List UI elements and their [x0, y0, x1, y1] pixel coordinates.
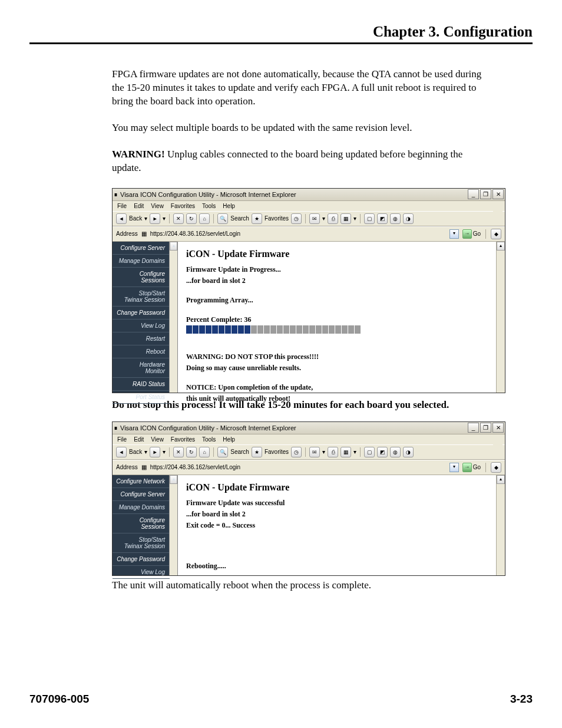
paragraph-1: FPGA firmware updates are not done autom… [112, 68, 489, 108]
restore-button[interactable]: ❐ [480, 189, 491, 199]
history-icon[interactable]: ◷ [291, 447, 302, 457]
go-button[interactable]: →Go [462, 463, 481, 472]
history-icon[interactable]: ◷ [291, 213, 302, 224]
extra-icon[interactable]: ◑ [403, 447, 414, 457]
menu-tools[interactable]: Tools [202, 436, 216, 443]
sidebar-item-port-status[interactable]: Port Status [113, 391, 170, 404]
back-label[interactable]: Back [129, 449, 142, 455]
menu-favorites[interactable]: Favorites [171, 436, 195, 443]
forward-icon[interactable]: ► [150, 447, 160, 457]
links-icon[interactable]: ◆ [491, 462, 501, 473]
sidebar-scrollbar[interactable]: ▴ [169, 475, 177, 575]
edit-icon[interactable]: ▦ [340, 213, 351, 224]
forward-icon[interactable]: ► [150, 213, 160, 224]
sidebar-item-configure-network[interactable]: Configure Network [113, 475, 170, 488]
sidebar-item-configure-server[interactable]: Configure Server [113, 488, 170, 501]
sidebar-item-restart[interactable]: Restart [113, 332, 170, 345]
title-bar: ∎ Visara ICON Configuration Utility - Mi… [113, 422, 505, 434]
menu-file[interactable]: File [117, 203, 127, 209]
home-icon[interactable]: ⌂ [199, 447, 210, 457]
status-line-2: ...for board in slot 2 [186, 510, 488, 519]
menu-view[interactable]: View [151, 436, 164, 443]
content-scrollbar[interactable]: ▴ [496, 242, 505, 393]
status-line-3: Programming Array... [186, 296, 488, 305]
mail-icon[interactable]: ✉ [309, 213, 320, 224]
warning-line-2: Doing so may cause unreliable results. [186, 364, 488, 373]
caption-2: The unit will automatically reboot when … [112, 579, 533, 591]
sidebar-item-stop-start-twinax[interactable]: Stop/StartTwinax Session [113, 533, 170, 553]
minimize-button[interactable]: _ [468, 189, 479, 199]
search-label[interactable]: Search [230, 449, 249, 455]
mail-icon[interactable]: ✉ [309, 447, 320, 457]
minimize-button[interactable]: _ [468, 423, 479, 433]
menu-help[interactable]: Help [223, 203, 235, 209]
address-url[interactable]: https://204.48.36.162/servlet/Login [150, 464, 446, 470]
sidebar-item-configure-sessions[interactable]: Configure Sessions [113, 268, 170, 287]
menu-edit[interactable]: Edit [134, 203, 144, 209]
favorites-icon[interactable]: ★ [252, 213, 262, 224]
menu-edit[interactable]: Edit [134, 436, 144, 443]
screenshot-1: ∎ Visara ICON Configuration Utility - Mi… [112, 188, 505, 393]
messenger-icon[interactable]: ◍ [390, 213, 401, 224]
print-icon[interactable]: ⎙ [328, 213, 338, 224]
discuss-icon[interactable]: ◩ [377, 213, 388, 224]
back-dropdown[interactable]: ▾ [144, 215, 147, 222]
search-icon[interactable]: 🔍 [217, 213, 228, 224]
research-icon[interactable]: ▢ [364, 213, 375, 224]
percent-label: Percent Complete: 36 [186, 315, 488, 324]
search-label[interactable]: Search [230, 215, 249, 222]
sidebar-scrollbar[interactable]: ▴ [169, 242, 177, 393]
address-url[interactable]: https://204.48.36.162/servlet/Login [150, 230, 446, 237]
home-icon[interactable]: ⌂ [199, 213, 210, 224]
window-title: Visara ICON Configuration Utility - Micr… [118, 424, 468, 431]
sidebar-item-manage-domains[interactable]: Manage Domains [113, 255, 170, 268]
restore-button[interactable]: ❐ [480, 423, 491, 433]
menu-file[interactable]: File [117, 436, 127, 443]
edit-icon[interactable]: ▦ [340, 447, 351, 457]
back-icon[interactable]: ◄ [116, 447, 127, 457]
sidebar-item-configure-server[interactable]: Configure Server [113, 242, 170, 255]
discuss-icon[interactable]: ◩ [377, 447, 388, 457]
refresh-icon[interactable]: ↻ [186, 447, 197, 457]
back-icon[interactable]: ◄ [116, 213, 127, 224]
sidebar-item-raid-status[interactable]: RAID Status [113, 378, 170, 391]
address-dropdown[interactable]: ▾ [449, 463, 459, 472]
sidebar-item-hardware-monitor[interactable]: HardwareMonitor [113, 358, 170, 378]
research-icon[interactable]: ▢ [364, 447, 375, 457]
menu-view[interactable]: View [151, 203, 164, 209]
go-button[interactable]: →Go [462, 229, 481, 239]
warning-line-1: WARNING: DO NOT STOP this process!!!! [186, 353, 488, 361]
sidebar-item-view-log[interactable]: View Log [113, 319, 170, 332]
header-rule [29, 42, 533, 44]
refresh-icon[interactable]: ↻ [186, 213, 197, 224]
stop-icon[interactable]: ✕ [173, 447, 184, 457]
sidebar-item-reboot[interactable]: Reboot [113, 345, 170, 358]
address-dropdown[interactable]: ▾ [449, 229, 459, 239]
close-button[interactable]: ✕ [492, 423, 504, 433]
status-line-2: ...for board in slot 2 [186, 276, 488, 285]
back-label[interactable]: Back [129, 215, 142, 222]
sidebar-item-change-password[interactable]: Change Password [113, 307, 170, 319]
favorites-icon[interactable]: ★ [252, 447, 262, 457]
favorites-label[interactable]: Favorites [265, 215, 289, 222]
sidebar-item-view-log[interactable]: View Log [113, 566, 170, 579]
content-scrollbar[interactable]: ▴ [496, 475, 505, 575]
menu-favorites[interactable]: Favorites [171, 203, 195, 209]
menu-tools[interactable]: Tools [202, 203, 216, 209]
address-label: Address [116, 230, 138, 237]
sidebar: Configure Network Configure Server Manag… [113, 475, 178, 575]
menu-help[interactable]: Help [223, 436, 235, 443]
favorites-label[interactable]: Favorites [265, 449, 289, 455]
sidebar-item-stop-start-twinax[interactable]: Stop/StartTwinax Session [113, 287, 170, 307]
sidebar-item-manage-domains[interactable]: Manage Domains [113, 501, 170, 514]
stop-icon[interactable]: ✕ [173, 213, 184, 224]
links-icon[interactable]: ◆ [491, 229, 501, 239]
print-icon[interactable]: ⎙ [328, 447, 338, 457]
messenger-icon[interactable]: ◍ [390, 447, 401, 457]
extra-icon[interactable]: ◑ [403, 213, 414, 224]
search-icon[interactable]: 🔍 [217, 447, 228, 457]
close-button[interactable]: ✕ [492, 189, 504, 199]
sidebar-item-change-password[interactable]: Change Password [113, 553, 170, 566]
sidebar-item-configure-sessions[interactable]: Configure Sessions [113, 514, 170, 533]
address-label: Address [116, 464, 138, 470]
